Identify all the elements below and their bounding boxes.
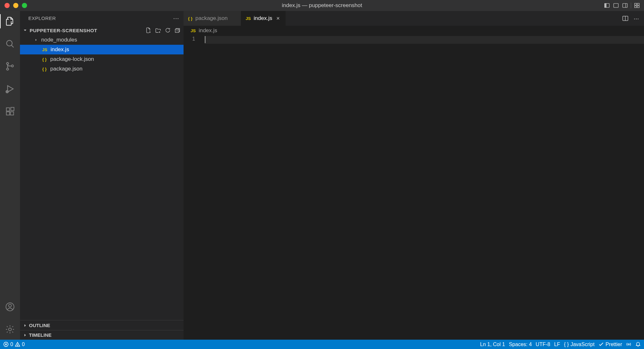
file-package-json[interactable]: { } package.json <box>20 64 184 74</box>
svg-point-13 <box>6 68 8 70</box>
search-activity-icon[interactable] <box>0 37 20 51</box>
titlebar-layout-controls <box>602 1 641 10</box>
separator <box>631 3 631 8</box>
js-file-icon: JS <box>42 47 48 52</box>
status-prettier[interactable]: Prettier <box>598 342 622 347</box>
svg-point-10 <box>6 40 12 46</box>
broadcast-icon <box>626 342 631 347</box>
titlebar: index.js — puppeteer-screenshot <box>0 0 644 11</box>
tabs-row: { } package.json × JS index.js × ··· <box>184 11 644 26</box>
explorer-header: EXPLORER ··· <box>20 11 184 25</box>
window-title: index.js — puppeteer-screenshot <box>282 2 362 9</box>
new-folder-icon[interactable] <box>155 27 162 34</box>
extensions-activity-icon[interactable] <box>0 104 20 118</box>
outline-label: OUTLINE <box>29 323 50 328</box>
status-bell-icon[interactable] <box>635 342 641 347</box>
settings-activity-icon[interactable] <box>0 322 20 336</box>
file-label: package-lock.json <box>50 56 94 62</box>
close-window-button[interactable] <box>5 3 10 8</box>
svg-point-14 <box>11 65 13 67</box>
svg-rect-18 <box>6 112 10 115</box>
status-cursor-position[interactable]: Ln 1, Col 1 <box>480 342 505 347</box>
accounts-activity-icon[interactable] <box>0 300 20 314</box>
timeline-label: TIMELINE <box>29 332 52 338</box>
toggle-secondary-sidebar-icon[interactable] <box>620 1 630 10</box>
svg-line-11 <box>11 45 14 47</box>
breadcrumb[interactable]: JS index.js <box>184 26 644 35</box>
source-control-activity-icon[interactable] <box>0 59 20 73</box>
activity-bar <box>0 11 20 340</box>
status-encoding[interactable]: UTF-8 <box>536 342 550 347</box>
check-icon <box>598 342 604 347</box>
editor-line-1[interactable] <box>205 36 644 44</box>
minimize-window-button[interactable] <box>13 3 18 8</box>
svg-point-22 <box>9 304 12 307</box>
tab-index-js[interactable]: JS index.js × <box>241 11 286 26</box>
explorer-title: EXPLORER <box>28 15 56 21</box>
chevron-down-icon <box>23 28 28 33</box>
svg-rect-6 <box>635 3 637 5</box>
status-language[interactable]: { } JavaScript <box>564 342 595 347</box>
editor-content[interactable] <box>205 35 644 340</box>
js-file-icon: JS <box>246 16 251 21</box>
project-name: PUPPETEER-SCREENSHOT <box>30 28 97 33</box>
outline-section[interactable]: OUTLINE <box>20 320 184 330</box>
status-bar: 0 0 Ln 1, Col 1 Spaces: 4 UTF-8 LF { } J… <box>0 340 644 349</box>
js-file-icon: JS <box>191 28 196 33</box>
run-debug-activity-icon[interactable] <box>0 82 20 96</box>
bell-icon <box>635 342 641 347</box>
svg-rect-20 <box>11 108 14 111</box>
tab-label: package.json <box>195 15 228 22</box>
chevron-right-icon <box>23 323 28 328</box>
warnings-count: 0 <box>22 342 25 347</box>
status-problems[interactable]: 0 0 <box>3 342 25 347</box>
tab-label: index.js <box>254 15 272 22</box>
svg-rect-7 <box>637 3 639 5</box>
chevron-right-icon <box>33 38 39 42</box>
warning-icon <box>15 342 20 347</box>
chevron-right-icon <box>23 333 28 338</box>
tab-package-json[interactable]: { } package.json × <box>184 11 241 26</box>
status-indentation[interactable]: Spaces: 4 <box>509 342 532 347</box>
explorer-sidebar: EXPLORER ··· PUPPETEER-SCREENSHOT node_m… <box>20 11 184 340</box>
svg-point-29 <box>17 345 18 346</box>
svg-rect-9 <box>637 6 639 8</box>
editor-body[interactable]: 1 <box>184 35 644 340</box>
project-actions <box>145 27 181 34</box>
project-header[interactable]: PUPPETEER-SCREENSHOT <box>20 25 184 35</box>
status-feedback-icon[interactable] <box>626 342 631 347</box>
file-package-lock-json[interactable]: { } package-lock.json <box>20 54 184 64</box>
braces-icon: { } <box>564 342 569 347</box>
new-file-icon[interactable] <box>145 27 152 34</box>
collapse-folders-icon[interactable] <box>174 27 181 34</box>
explorer-activity-icon[interactable] <box>0 14 20 28</box>
close-tab-icon[interactable]: × <box>275 15 281 22</box>
editor-more-icon[interactable]: ··· <box>632 14 641 23</box>
maximize-window-button[interactable] <box>22 3 27 8</box>
editor-area: { } package.json × JS index.js × ··· JS … <box>184 11 644 340</box>
error-icon <box>3 342 9 347</box>
split-editor-icon[interactable] <box>621 14 630 23</box>
timeline-section[interactable]: TIMELINE <box>20 330 184 340</box>
json-file-icon: { } <box>41 57 48 62</box>
svg-point-12 <box>6 62 8 64</box>
sidebar-bottom-sections: OUTLINE TIMELINE <box>20 320 184 340</box>
svg-rect-4 <box>623 4 628 7</box>
file-index-js[interactable]: JS index.js <box>20 45 184 54</box>
svg-rect-8 <box>635 6 637 8</box>
toggle-primary-sidebar-icon[interactable] <box>602 1 611 10</box>
refresh-icon[interactable] <box>164 27 171 34</box>
breadcrumb-label: index.js <box>199 27 217 34</box>
text-cursor <box>205 36 205 43</box>
folder-node-modules[interactable]: node_modules <box>20 35 184 45</box>
file-tree: node_modules JS index.js { } package-loc… <box>20 35 184 320</box>
svg-point-23 <box>9 328 12 331</box>
explorer-more-icon[interactable]: ··· <box>173 14 179 22</box>
toggle-panel-icon[interactable] <box>611 1 620 10</box>
errors-count: 0 <box>10 342 13 347</box>
svg-rect-17 <box>6 108 10 111</box>
customize-layout-icon[interactable] <box>632 1 641 10</box>
folder-label: node_modules <box>41 37 77 43</box>
status-eol[interactable]: LF <box>554 342 560 347</box>
json-file-icon: { } <box>188 16 193 21</box>
